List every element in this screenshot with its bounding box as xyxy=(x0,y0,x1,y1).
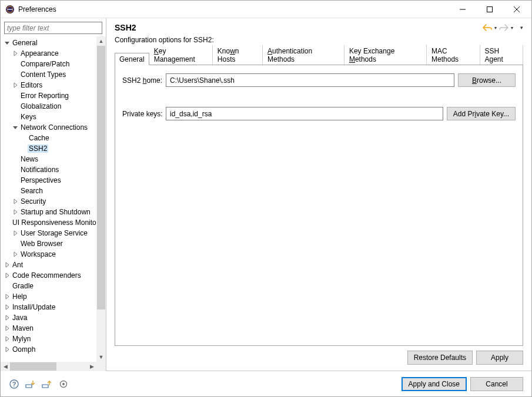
back-button[interactable] xyxy=(482,22,493,33)
tree-item[interactable]: Perspectives xyxy=(1,175,96,186)
tree-item[interactable]: Search xyxy=(1,186,96,196)
tree-item-label: Appearance xyxy=(19,49,60,58)
tree-twisty-icon[interactable] xyxy=(3,325,11,331)
tree-item-label: Ant xyxy=(11,261,24,269)
tree-twisty-icon[interactable] xyxy=(3,294,11,300)
help-icon[interactable]: ? xyxy=(9,379,19,389)
scroll-left-arrow[interactable]: ◀ xyxy=(1,362,10,371)
horizontal-scrollbar[interactable]: ◀ ▶ xyxy=(1,362,96,371)
tree-item[interactable]: Mylyn xyxy=(1,334,96,344)
tree-item[interactable]: Compare/Patch xyxy=(1,59,96,69)
private-keys-input[interactable] xyxy=(166,107,443,120)
tree-item[interactable]: Startup and Shutdown xyxy=(1,207,96,217)
apply-and-close-button[interactable]: Apply and Close xyxy=(401,377,467,391)
tree-item[interactable]: Error Reporting xyxy=(1,90,96,101)
tree-item[interactable]: Keys xyxy=(1,112,96,122)
tab[interactable]: Key Management xyxy=(149,45,213,65)
tab[interactable]: MAC Methods xyxy=(427,45,480,65)
tree-item[interactable]: Editors xyxy=(1,80,96,90)
forward-dropdown[interactable]: ▾ xyxy=(509,25,515,31)
back-dropdown[interactable]: ▾ xyxy=(493,25,498,31)
tree-item[interactable]: News xyxy=(1,154,96,164)
tree-item[interactable]: Maven xyxy=(1,323,96,334)
tree-item[interactable]: General xyxy=(1,38,96,48)
tree-item-label: Compare/Patch xyxy=(19,60,71,68)
tree-item[interactable]: SSH2 xyxy=(1,143,96,154)
tree-item[interactable]: Security xyxy=(1,196,96,207)
close-button[interactable] xyxy=(503,1,530,18)
tree-item[interactable]: Ant xyxy=(1,260,96,270)
window-controls xyxy=(449,1,530,18)
tab[interactable]: General xyxy=(115,53,149,65)
tree-item-label: Editors xyxy=(19,81,44,89)
tree-item[interactable]: Code Recommenders xyxy=(1,270,96,281)
tab[interactable]: SSH Agent xyxy=(480,45,524,65)
forward-button[interactable] xyxy=(498,22,509,33)
tree-twisty-icon[interactable] xyxy=(11,251,19,257)
tree-twisty-icon[interactable] xyxy=(11,198,19,204)
svg-rect-3 xyxy=(7,9,13,9)
scroll-up-arrow[interactable]: ▲ xyxy=(96,36,106,46)
tree-twisty-icon[interactable] xyxy=(11,82,19,88)
tree-item[interactable]: Gradle xyxy=(1,281,96,291)
tree-twisty-icon[interactable] xyxy=(11,230,19,236)
tree-item[interactable]: Cache xyxy=(1,133,96,143)
import-icon[interactable] xyxy=(25,379,36,389)
tree-item-label: Mylyn xyxy=(11,335,32,343)
tree-item[interactable]: Oomph xyxy=(1,344,96,355)
tab-folder: GeneralKey ManagementKnown HostsAuthenti… xyxy=(115,52,523,346)
tree-item[interactable]: Network Connections xyxy=(1,122,96,133)
tree-item[interactable]: Java xyxy=(1,312,96,323)
export-icon[interactable] xyxy=(42,379,52,389)
tab[interactable]: Known Hosts xyxy=(213,45,263,65)
tree-twisty-icon[interactable] xyxy=(3,304,11,310)
tree-twisty-icon[interactable] xyxy=(11,209,19,215)
minimize-button[interactable] xyxy=(449,1,476,18)
tree-item-label: News xyxy=(19,155,39,163)
oomph-icon[interactable] xyxy=(58,379,69,389)
cancel-button[interactable]: Cancel xyxy=(470,377,523,391)
browse-button[interactable]: Browse... xyxy=(458,73,516,87)
tree-item[interactable]: Install/Update xyxy=(1,302,96,312)
tree-item[interactable]: Workspace xyxy=(1,249,96,260)
tree-item[interactable]: Appearance xyxy=(1,48,96,59)
maximize-button[interactable] xyxy=(476,1,503,18)
tree-twisty-icon[interactable] xyxy=(3,40,11,46)
ssh2-home-input[interactable] xyxy=(166,73,454,87)
eclipse-icon xyxy=(5,5,15,14)
tree-item-label: Cache xyxy=(28,134,51,142)
tree-item-label: Gradle xyxy=(11,282,35,290)
view-menu-dropdown[interactable]: ▾ xyxy=(517,22,526,33)
add-private-key-button[interactable]: Add Private Key... xyxy=(447,107,516,120)
tree-item[interactable]: Globalization xyxy=(1,101,96,112)
apply-button[interactable]: Apply xyxy=(476,351,523,365)
svg-rect-5 xyxy=(487,6,493,12)
tree-twisty-icon[interactable] xyxy=(3,346,11,352)
tree-item-label: Security xyxy=(19,197,47,206)
filter-input[interactable] xyxy=(4,22,102,34)
tree-twisty-icon[interactable] xyxy=(11,125,19,130)
tab[interactable]: Authentication Methods xyxy=(263,45,344,65)
tree-item[interactable]: Web Browser xyxy=(1,238,96,249)
tree-item[interactable]: User Storage Service xyxy=(1,228,96,238)
scroll-right-arrow[interactable]: ▶ xyxy=(87,362,96,371)
tree-item[interactable]: Content Types xyxy=(1,69,96,80)
tree-item-label: Globalization xyxy=(19,102,62,110)
tree-twisty-icon[interactable] xyxy=(11,51,19,56)
tree-item-label: Perspectives xyxy=(19,176,62,184)
tree-twisty-icon[interactable] xyxy=(3,272,11,278)
svg-point-11 xyxy=(62,383,65,385)
scroll-down-arrow[interactable]: ▼ xyxy=(96,352,106,362)
tree-item-label: Oomph xyxy=(11,345,36,354)
tree-twisty-icon[interactable] xyxy=(3,262,11,268)
restore-defaults-button[interactable]: Restore Defaults xyxy=(407,351,473,365)
tree-twisty-icon[interactable] xyxy=(3,336,11,342)
vertical-scrollbar[interactable]: ▲ ▼ xyxy=(96,36,106,362)
preferences-tree[interactable]: GeneralAppearanceCompare/PatchContent Ty… xyxy=(1,36,96,357)
tab[interactable]: Key Exchange Methods xyxy=(344,45,427,65)
tree-item[interactable]: Notifications xyxy=(1,164,96,175)
tree-item[interactable]: UI Responsiveness Monitoring xyxy=(1,217,96,228)
tree-item[interactable]: Help xyxy=(1,291,96,302)
tree-item-label: Error Reporting xyxy=(19,92,70,100)
tree-twisty-icon[interactable] xyxy=(3,315,11,321)
